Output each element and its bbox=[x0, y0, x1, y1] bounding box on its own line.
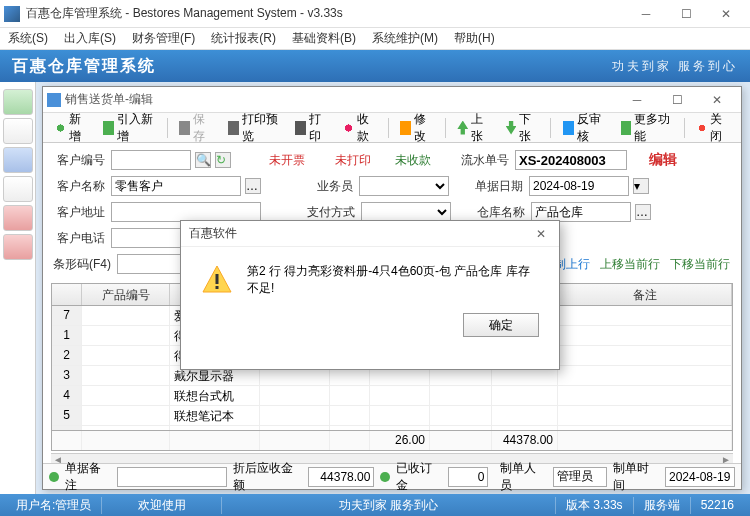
leftbar-btn-4[interactable] bbox=[3, 176, 33, 202]
maximize-button[interactable]: ☐ bbox=[666, 2, 706, 26]
sb-welcome: 欢迎使用 bbox=[102, 497, 222, 514]
pay-button[interactable]: 收款 bbox=[337, 108, 381, 148]
addref-button[interactable]: 引入新增 bbox=[97, 108, 160, 148]
maketime-input bbox=[665, 467, 735, 487]
menu-help[interactable]: 帮助(H) bbox=[450, 28, 499, 49]
note-input[interactable] bbox=[117, 467, 227, 487]
menubar: 系统(S) 出入库(S) 财务管理(F) 统计报表(R) 基础资料(B) 系统维… bbox=[0, 28, 750, 50]
edit-mode: 编辑 bbox=[649, 151, 677, 169]
banner-title: 百惠仓库管理系统 bbox=[12, 56, 156, 77]
anti-button[interactable]: 反审核 bbox=[557, 108, 611, 148]
anti-icon bbox=[563, 121, 574, 135]
sb-user: 管理员 bbox=[55, 498, 91, 512]
app-icon bbox=[4, 6, 20, 22]
leftbar-btn-5[interactable] bbox=[3, 205, 33, 231]
import-icon bbox=[103, 121, 114, 135]
wh-input[interactable] bbox=[531, 202, 631, 222]
preview-button[interactable]: 打印预览 bbox=[222, 108, 285, 148]
th-code[interactable]: 产品编号 bbox=[82, 284, 170, 305]
paytype-label: 支付方式 bbox=[301, 204, 357, 221]
maker-label: 制单人员 bbox=[500, 460, 546, 494]
table-footer: 26.00 44378.00 bbox=[52, 430, 732, 450]
menu-finance[interactable]: 财务管理(F) bbox=[128, 28, 199, 49]
menu-inout[interactable]: 出入库(S) bbox=[60, 28, 120, 49]
leftbar-btn-1[interactable] bbox=[3, 89, 33, 115]
table-row[interactable]: 5联想笔记本 bbox=[52, 406, 732, 426]
dialog-title: 百惠软件 bbox=[189, 225, 531, 242]
next-button[interactable]: 下张 bbox=[500, 108, 544, 148]
print-button[interactable]: 打印 bbox=[289, 108, 333, 148]
cust-code-input[interactable] bbox=[111, 150, 191, 170]
pay-icon bbox=[343, 121, 354, 135]
recv-input[interactable] bbox=[308, 467, 374, 487]
table-row[interactable]: 6记事本A5/70页个10.0099.00990.00 bbox=[52, 426, 732, 430]
lookup-icon[interactable]: 🔍 bbox=[195, 152, 211, 168]
move-up-link[interactable]: 上移当前行 bbox=[597, 256, 663, 273]
svg-rect-2 bbox=[216, 286, 219, 289]
add-button[interactable]: 新增 bbox=[49, 108, 93, 148]
foot-qty: 26.00 bbox=[370, 431, 430, 450]
cust-addr-label: 客户地址 bbox=[51, 204, 107, 221]
serial-input[interactable] bbox=[515, 150, 627, 170]
dialog-titlebar: 百惠软件 ✕ bbox=[181, 221, 559, 247]
dialog-close-button[interactable]: ✕ bbox=[531, 224, 551, 244]
paid-input[interactable] bbox=[448, 467, 488, 487]
leftbar-btn-6[interactable] bbox=[3, 234, 33, 260]
note-label: 单据备注 bbox=[65, 460, 111, 494]
menu-maint[interactable]: 系统维护(M) bbox=[368, 28, 442, 49]
prev-button[interactable]: 上张 bbox=[451, 108, 495, 148]
maketime-label: 制单时间 bbox=[613, 460, 659, 494]
recv-label: 折后应收金额 bbox=[233, 460, 302, 494]
leftbar-btn-3[interactable] bbox=[3, 147, 33, 173]
calendar-icon[interactable]: ▾ bbox=[633, 178, 649, 194]
maker-input bbox=[553, 467, 607, 487]
menu-basedata[interactable]: 基础资料(B) bbox=[288, 28, 360, 49]
warning-icon bbox=[201, 264, 233, 296]
sales-select[interactable] bbox=[359, 176, 449, 196]
child-icon bbox=[47, 93, 61, 107]
sb-user-label: 用户名: bbox=[16, 498, 55, 512]
bottom-bar: 单据备注 折后应收金额 已收订金 制单人员 制单时间 bbox=[43, 463, 741, 489]
minimize-button[interactable]: ─ bbox=[626, 2, 666, 26]
close-button[interactable]: ✕ bbox=[706, 2, 746, 26]
banner: 百惠仓库管理系统 功夫到家 服务到心 bbox=[0, 50, 750, 82]
th-note[interactable]: 备注 bbox=[558, 284, 732, 305]
edit-button[interactable]: 修改 bbox=[394, 108, 438, 148]
foot-amount: 44378.00 bbox=[492, 431, 558, 450]
paytype-select[interactable] bbox=[361, 202, 451, 222]
banner-slogan: 功夫到家 服务到心 bbox=[612, 58, 738, 75]
sb-ver: 3.33s bbox=[593, 498, 622, 512]
cust-addr-input[interactable] bbox=[111, 202, 261, 222]
edit-icon bbox=[400, 121, 411, 135]
status-pay: 未收款 bbox=[395, 152, 431, 169]
table-row[interactable]: 4联想台式机 bbox=[52, 386, 732, 406]
more-button[interactable]: 更多功能 bbox=[615, 108, 678, 148]
date-input[interactable] bbox=[529, 176, 629, 196]
cust-code-label: 客户编号 bbox=[51, 152, 107, 169]
add-icon bbox=[55, 121, 66, 135]
print-icon bbox=[295, 121, 306, 135]
save-button[interactable]: 保存 bbox=[173, 108, 217, 148]
sb-ver-label: 版本 bbox=[566, 498, 590, 512]
cust-name-input[interactable] bbox=[111, 176, 241, 196]
status-invoice: 未开票 bbox=[269, 152, 305, 169]
leftbar-btn-2[interactable] bbox=[3, 118, 33, 144]
wh-more-icon[interactable]: … bbox=[635, 204, 651, 220]
cust-name-label: 客户名称 bbox=[51, 178, 107, 195]
svg-rect-1 bbox=[216, 274, 219, 284]
close-tb-button[interactable]: 关闭 bbox=[691, 108, 735, 148]
dialog-ok-button[interactable]: 确定 bbox=[463, 313, 539, 337]
cust-more-icon[interactable]: … bbox=[245, 178, 261, 194]
menu-system[interactable]: 系统(S) bbox=[4, 28, 52, 49]
menu-report[interactable]: 统计报表(R) bbox=[207, 28, 280, 49]
barcode-label: 条形码(F4) bbox=[51, 256, 113, 273]
move-down-link[interactable]: 下移当前行 bbox=[667, 256, 733, 273]
status-dot-icon bbox=[49, 472, 59, 482]
refresh-icon[interactable]: ↻ bbox=[215, 152, 231, 168]
more-icon bbox=[621, 121, 632, 135]
statusbar: 用户名:管理员 欢迎使用 功夫到家 服务到心 版本 3.33s 服务端 5221… bbox=[0, 494, 750, 516]
preview-icon bbox=[228, 121, 239, 135]
sales-label: 业务员 bbox=[309, 178, 355, 195]
date-label: 单据日期 bbox=[469, 178, 525, 195]
status-print: 未打印 bbox=[335, 152, 371, 169]
